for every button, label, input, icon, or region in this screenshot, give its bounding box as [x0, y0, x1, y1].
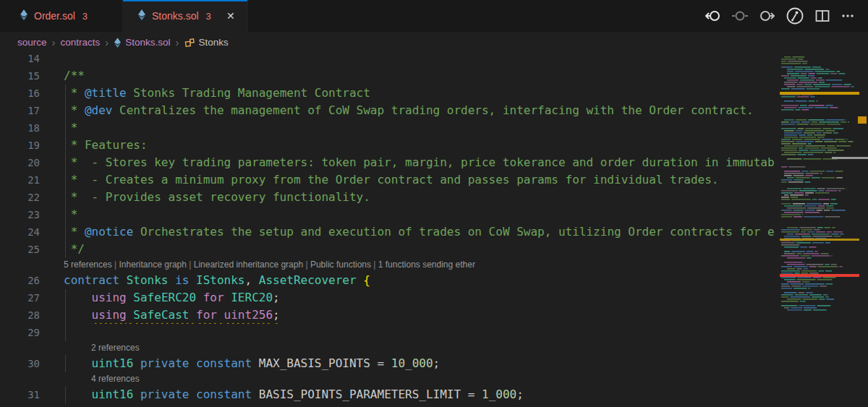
indent-guide: [65, 223, 66, 241]
indent-guide: [65, 189, 66, 206]
codelens-separator: |: [371, 260, 378, 270]
code-token: uint16: [92, 387, 134, 401]
code-line[interactable]: uint16 private constant BASIS_POINTS_PAR…: [40, 386, 780, 403]
indent-guide: [65, 119, 66, 137]
breadcrumb-separator-icon: ›: [105, 36, 109, 48]
tab-problems-badge: 3: [206, 11, 211, 22]
codelens-link[interactable]: 4 references: [91, 374, 140, 384]
code-line[interactable]: /**: [40, 67, 780, 85]
code-line[interactable]: * @dev Centralizes the management of CoW…: [40, 102, 780, 119]
codelens-link[interactable]: 1 functions sending ether: [378, 260, 475, 270]
code-line[interactable]: *: [40, 206, 780, 223]
indent-guide: [65, 137, 66, 154]
nav-back-icon[interactable]: [705, 9, 721, 22]
code-row: 22 * - Provides asset recovery functiona…: [0, 189, 780, 206]
line-number[interactable]: 24: [0, 223, 40, 241]
codelens-link[interactable]: Public functions: [310, 260, 371, 270]
ethereum-file-icon: [114, 38, 122, 48]
codelens-link[interactable]: Inheritance graph: [119, 260, 187, 270]
line-number[interactable]: 20: [0, 154, 40, 171]
line-number[interactable]: 17: [0, 102, 40, 119]
code-row: 14: [0, 53, 780, 67]
line-number[interactable]: 22: [0, 189, 40, 206]
code-row: 24 * @notice Orchestrates the setup and …: [0, 223, 780, 241]
breadcrumb-item-stonks-sol[interactable]: Stonks.sol: [114, 37, 170, 48]
code-line[interactable]: * - Creates a minimum proxy from the Ord…: [40, 171, 780, 189]
line-number[interactable]: 29: [0, 324, 40, 341]
breadcrumb: source›contracts›Stonks.sol›Stonks: [0, 32, 868, 53]
code-token: @dev: [85, 103, 113, 117]
code-line[interactable]: * - Provides asset recovery functionalit…: [40, 189, 780, 206]
nav-forward-icon[interactable]: [759, 9, 775, 22]
line-number[interactable]: 23: [0, 206, 40, 223]
code-token: [189, 308, 196, 322]
indent-guide: [65, 102, 66, 119]
line-number[interactable]: 15: [0, 67, 40, 85]
breadcrumb-item-source[interactable]: source: [17, 37, 47, 48]
code-token: [357, 273, 364, 287]
code-token: Stonks: [127, 273, 169, 287]
code-line[interactable]: uint16 private constant MAX_BASIS_POINTS…: [40, 355, 780, 372]
code-line[interactable]: * @title Stonks Trading Management Contr…: [40, 85, 780, 102]
code-token: [127, 291, 134, 304]
code-row: 26contract Stonks is IStonks, AssetRecov…: [0, 272, 780, 289]
line-number[interactable]: 27: [0, 289, 40, 307]
warning-squiggle: using SafeCast for uint256;: [92, 308, 280, 322]
codelens-link[interactable]: 2 references: [91, 343, 140, 353]
code-token: private: [140, 356, 189, 370]
indent-guide: [65, 241, 66, 258]
tab-order-sol[interactable]: Order.sol 3: [0, 0, 123, 32]
code-line[interactable]: */: [40, 241, 780, 258]
close-tab-icon[interactable]: ✕: [224, 9, 237, 22]
line-number[interactable]: 26: [0, 272, 40, 289]
code-line[interactable]: [40, 324, 780, 341]
line-number[interactable]: 16: [0, 85, 40, 102]
git-graph-icon[interactable]: [786, 7, 804, 25]
line-number[interactable]: 25: [0, 241, 40, 258]
code-line[interactable]: using SafeERC20 for IERC20;: [40, 289, 780, 307]
code-editor[interactable]: 1415/**16 * @title Stonks Trading Manage…: [0, 53, 868, 407]
code-token: * - Creates a minimum proxy from the Ord…: [64, 173, 718, 187]
code-row: 31 uint16 private constant BASIS_POINTS_…: [0, 386, 780, 403]
nav-position-icon[interactable]: [732, 9, 748, 22]
overview-ruler-scrollbar[interactable]: [859, 53, 868, 407]
code-token: [119, 273, 127, 287]
codelens-link[interactable]: Linearized inheritance graph: [194, 260, 303, 270]
breadcrumb-item-contracts[interactable]: contracts: [61, 37, 101, 48]
more-actions-icon[interactable]: [841, 9, 855, 22]
breadcrumb-item-stonks[interactable]: Stonks: [184, 37, 229, 48]
code-token: *: [64, 86, 85, 100]
code-line[interactable]: contract Stonks is IStonks, AssetRecover…: [40, 272, 780, 289]
indent-guide: [65, 386, 66, 403]
code-token: for: [203, 291, 224, 304]
code-token: ,: [244, 273, 258, 287]
code-token: [169, 273, 176, 287]
minimap[interactable]: [780, 53, 859, 407]
line-number[interactable]: 19: [0, 137, 40, 154]
code-token: Orchestrates the setup and execution of …: [133, 225, 774, 239]
code-token: using: [92, 291, 127, 304]
code-row: 29: [0, 324, 780, 341]
code-row: 23 *: [0, 206, 780, 223]
code-row: 20 * - Stores key trading parameters: to…: [0, 154, 780, 171]
code-token: [189, 387, 196, 401]
line-number[interactable]: 18: [0, 119, 40, 137]
line-number[interactable]: 21: [0, 171, 40, 189]
code-line[interactable]: * - Stores key trading parameters: token…: [40, 154, 780, 171]
code-line[interactable]: [40, 53, 780, 67]
line-number[interactable]: 14: [0, 53, 40, 67]
code-line[interactable]: * @notice Orchestrates the setup and exe…: [40, 223, 780, 241]
split-editor-icon[interactable]: [815, 9, 830, 22]
code-row: 16 * @title Stonks Trading Management Co…: [0, 85, 780, 102]
code-line[interactable]: * Features:: [40, 137, 780, 154]
code-row: 19 * Features:: [0, 137, 780, 154]
codelens-link[interactable]: 5 references: [64, 260, 112, 270]
code-line[interactable]: *: [40, 119, 780, 137]
code-line[interactable]: using SafeCast for uint256;: [40, 307, 780, 324]
code-row: 15/**: [0, 67, 780, 85]
code-token: MAX_BASIS_POINTS =: [252, 356, 391, 370]
line-number[interactable]: 30: [0, 355, 40, 372]
tab-stonks-sol[interactable]: Stonks.sol 3 ✕: [123, 0, 248, 32]
line-number[interactable]: 31: [0, 386, 40, 403]
line-number[interactable]: 28: [0, 307, 40, 324]
